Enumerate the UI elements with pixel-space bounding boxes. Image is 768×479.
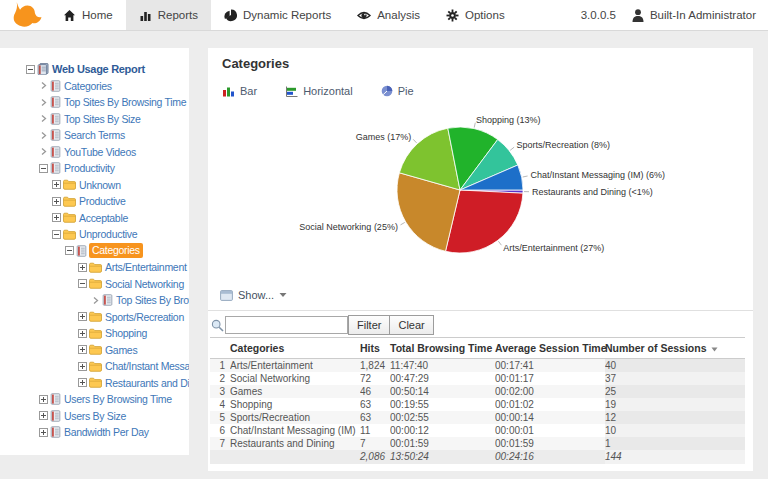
report-icon (50, 129, 61, 141)
expand-icon[interactable] (78, 312, 87, 321)
tree-item-arts-entertainment[interactable]: Arts/Entertainment (0, 259, 189, 276)
table-row[interactable]: 1Arts/Entertainment1,82411:47:4000:17:41… (210, 359, 745, 373)
report-icon (50, 162, 61, 174)
filter-bar: Filter Clear (211, 315, 434, 335)
cell-sessions: 40 (605, 359, 745, 373)
table-row[interactable]: 7Restaurants and Dining700:01:5900:01:59… (210, 437, 745, 450)
tree-item-productivity[interactable]: Productivity (0, 160, 189, 177)
chevron-right-icon[interactable] (39, 98, 48, 107)
expand-icon[interactable] (78, 329, 87, 338)
filter-input[interactable] (225, 316, 348, 334)
pie-chart: Restaurants and Dining (<1%)Arts/Enterta… (208, 103, 753, 275)
nav-dynamic-reports[interactable]: Dynamic Reports (211, 0, 344, 30)
table-row[interactable]: 3Games4600:50:1400:02:0025 (210, 385, 745, 398)
chevron-right-icon[interactable] (39, 114, 48, 123)
expand-icon[interactable] (39, 411, 48, 420)
expand-icon[interactable] (52, 180, 61, 189)
pie-label-arts-entertainment: Arts/Entertainment (27%) (503, 243, 604, 253)
report-icon (102, 294, 113, 306)
user-menu[interactable]: Built-In Administrator (632, 9, 756, 22)
categories-table: CategoriesHitsTotal Browsing TimeAverage… (210, 337, 745, 464)
pie-leader-line (523, 176, 528, 177)
cell-total: 00:00:12 (390, 424, 495, 437)
tree-item-users-by-size[interactable]: Users By Size (0, 408, 189, 425)
chevron-right-icon[interactable] (91, 296, 100, 305)
expand-icon[interactable] (78, 345, 87, 354)
expand-icon[interactable] (39, 395, 48, 404)
table-row[interactable]: 6Chat/Instant Messaging (IM)1100:00:1200… (210, 424, 745, 437)
tree-item-unknown[interactable]: Unknown (0, 177, 189, 194)
expand-icon[interactable] (78, 263, 87, 272)
pie-leader-line (510, 147, 514, 150)
tree-item-shopping[interactable]: Shopping (0, 325, 189, 342)
chart-type-horizontal[interactable]: Horizontal (285, 85, 353, 97)
tree-item-search-terms[interactable]: Search Terms (0, 127, 189, 144)
nav-options[interactable]: Options (433, 0, 518, 30)
total-cell: 144 (605, 450, 745, 464)
header-number-of-sessions[interactable]: Number of Sessions (605, 338, 745, 359)
header-total-browsing-time[interactable]: Total Browsing Time (390, 338, 495, 359)
cell-n: 7 (210, 437, 230, 450)
folder-icon (89, 328, 102, 339)
nav-home[interactable]: Home (50, 0, 126, 30)
header-categories[interactable]: Categories (230, 338, 360, 359)
nav-reports[interactable]: Reports (126, 0, 211, 30)
tree-item-sports-recreation[interactable]: Sports/Recreation (0, 309, 189, 326)
collapse-icon[interactable] (52, 230, 61, 239)
cell-avg: 00:01:59 (495, 437, 605, 450)
cell-sessions: 12 (605, 411, 745, 424)
report-tree: Web Usage ReportCategoriesTop Sites By B… (0, 61, 189, 441)
table-row[interactable]: 5Sports/Recreation6300:02:5500:00:1412 (210, 411, 745, 424)
cell-avg: 00:00:14 (495, 411, 605, 424)
tree-item-youtube-videos[interactable]: YouTube Videos (0, 144, 189, 161)
cell-category: Restaurants and Dining (230, 437, 360, 450)
tree-item-bandwidth-per-day[interactable]: Bandwidth Per Day (0, 424, 189, 441)
app-logo[interactable] (0, 0, 50, 30)
tree-item-social-networking[interactable]: Social Networking (0, 276, 189, 293)
nav-analysis[interactable]: Analysis (344, 0, 433, 30)
table-row[interactable]: 4Shopping6300:19:5500:01:0219 (210, 398, 745, 411)
tree-item-acceptable[interactable]: Acceptable (0, 210, 189, 227)
header-hits[interactable]: Hits (360, 338, 390, 359)
header-average-session-time[interactable]: Average Session Time (495, 338, 605, 359)
chart-type-bar[interactable]: Bar (222, 85, 257, 97)
collapse-icon[interactable] (26, 65, 35, 74)
tree-item-top-sites-by-size[interactable]: Top Sites By Size (0, 111, 189, 128)
expand-icon[interactable] (78, 362, 87, 371)
tree-item-restaurants-and-dini[interactable]: Restaurants and Dini (0, 375, 189, 392)
chart-type-pie[interactable]: Pie (381, 85, 414, 97)
cell-n: 2 (210, 372, 230, 385)
folder-icon (89, 262, 102, 273)
tree-item-categories[interactable]: Categories (0, 78, 189, 95)
tree-item-games[interactable]: Games (0, 342, 189, 359)
totals-row: 2,08613:50:2400:24:16144 (210, 450, 745, 464)
collapse-icon[interactable] (78, 279, 87, 288)
tree-item-top-sites-by-browsing-time[interactable]: Top Sites By Browsing Time (0, 94, 189, 111)
tree-item-unproductive[interactable]: Unproductive (0, 226, 189, 243)
tree-item-top-sites-by-brow[interactable]: Top Sites By Brow (0, 292, 189, 309)
expand-icon[interactable] (52, 197, 61, 206)
clear-button[interactable]: Clear (389, 315, 433, 335)
chevron-right-icon[interactable] (39, 147, 48, 156)
table-row[interactable]: 2Social Networking7200:47:2900:01:1737 (210, 372, 745, 385)
collapse-icon[interactable] (39, 164, 48, 173)
expand-icon[interactable] (78, 378, 87, 387)
cell-sessions: 25 (605, 385, 745, 398)
collapse-icon[interactable] (65, 246, 74, 255)
show-dropdown[interactable]: Show... (220, 289, 287, 301)
cell-avg: 00:01:02 (495, 398, 605, 411)
tree-item-categories[interactable]: Categories (0, 243, 189, 260)
tree-item-chat-instant-messag[interactable]: Chat/Instant Messag (0, 358, 189, 375)
tree-item-users-by-browsing-time[interactable]: Users By Browsing Time (0, 391, 189, 408)
expand-icon[interactable] (52, 213, 61, 222)
chevron-right-icon[interactable] (39, 131, 48, 140)
report-icon (50, 113, 61, 125)
page-title: Categories (222, 56, 289, 71)
cell-total: 00:02:55 (390, 411, 495, 424)
expand-icon[interactable] (39, 428, 48, 437)
chevron-right-icon[interactable] (39, 81, 48, 90)
tree-item-web-usage-report[interactable]: Web Usage Report (0, 61, 189, 78)
tree-item-productive[interactable]: Productive (0, 193, 189, 210)
folder-icon (63, 179, 76, 190)
filter-button[interactable]: Filter (348, 315, 390, 335)
